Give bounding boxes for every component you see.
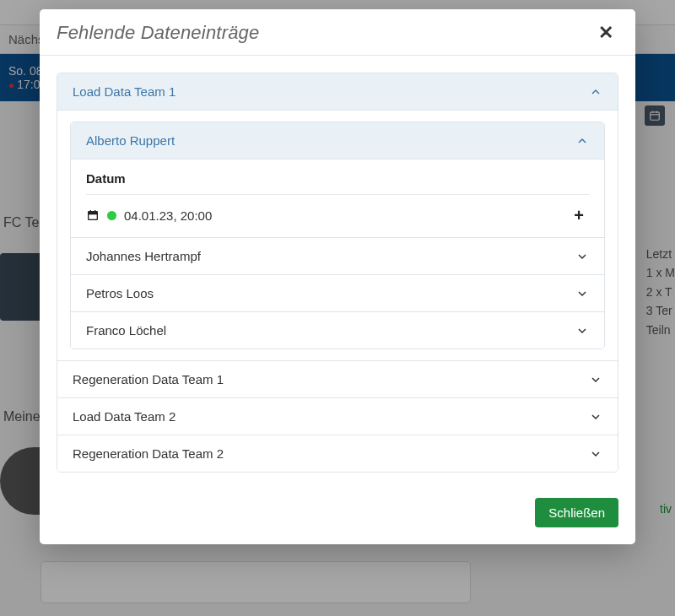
chevron-up-icon <box>575 134 589 148</box>
modal-header: Fehlende Dateneinträge ✕ <box>40 9 635 56</box>
player-johannes-hertrampf: Johannes Hertrampf <box>71 238 604 275</box>
entry-datetime: 04.01.23, 20:00 <box>124 208 212 223</box>
section-header-regen-team-2[interactable]: Regeneration Data Team 2 <box>57 435 618 472</box>
chevron-down-icon <box>575 287 589 300</box>
player-header-johannes[interactable]: Johannes Hertrampf <box>71 238 604 274</box>
player-name: Franco Löchel <box>86 323 166 338</box>
player-franco-loechel: Franco Löchel <box>71 312 604 349</box>
player-name: Alberto Ruppert <box>86 133 175 148</box>
missing-data-modal: Fehlende Dateneinträge ✕ Load Data Team … <box>40 9 635 544</box>
chevron-down-icon <box>589 410 602 424</box>
close-icon: ✕ <box>598 22 613 43</box>
sections-accordion: Load Data Team 1 Alberto Ruppert Datum <box>57 73 618 473</box>
player-header-alberto[interactable]: Alberto Ruppert <box>71 122 604 159</box>
chevron-down-icon <box>575 250 589 263</box>
close-icon-button[interactable]: ✕ <box>593 22 618 44</box>
status-dot-green <box>107 211 116 220</box>
player-petros-loos: Petros Loos <box>71 275 604 312</box>
event-calendar-icon <box>86 208 100 222</box>
player-header-franco[interactable]: Franco Löchel <box>71 312 604 349</box>
modal-footer: Schließen <box>40 489 635 544</box>
player-header-petros[interactable]: Petros Loos <box>71 275 604 311</box>
players-accordion: Alberto Ruppert Datum <box>70 122 605 349</box>
chevron-down-icon <box>575 324 589 338</box>
section-load-data-team-2: Load Data Team 2 <box>57 398 618 435</box>
section-label: Regeneration Data Team 2 <box>73 446 224 461</box>
player-name: Petros Loos <box>86 286 154 300</box>
add-entry-button[interactable]: + <box>569 205 589 225</box>
section-label: Load Data Team 2 <box>73 409 176 424</box>
player-body: Datum 04.01.23, 20:00 <box>71 159 604 237</box>
modal-body: Load Data Team 1 Alberto Ruppert Datum <box>40 56 635 489</box>
chevron-down-icon <box>589 447 602 461</box>
section-regeneration-data-team-2: Regeneration Data Team 2 <box>57 435 618 472</box>
datum-header: Datum <box>86 171 589 195</box>
svg-rect-5 <box>88 211 98 213</box>
section-load-data-team-1: Load Data Team 1 Alberto Ruppert Datum <box>57 73 618 361</box>
chevron-up-icon <box>589 85 602 99</box>
modal-title: Fehlende Dateneinträge <box>57 22 259 44</box>
chevron-down-icon <box>589 373 602 386</box>
section-body: Alberto Ruppert Datum <box>57 111 618 360</box>
section-header-regen-team-1[interactable]: Regeneration Data Team 1 <box>57 361 618 397</box>
section-header-load-data-team-1[interactable]: Load Data Team 1 <box>57 73 618 111</box>
svg-rect-6 <box>89 214 96 219</box>
close-button[interactable]: Schließen <box>535 498 618 527</box>
plus-icon: + <box>574 206 584 224</box>
player-name: Johannes Hertrampf <box>86 249 201 263</box>
section-label: Load Data Team 1 <box>73 84 176 99</box>
player-alberto-ruppert: Alberto Ruppert Datum <box>71 122 604 238</box>
section-regeneration-data-team-1: Regeneration Data Team 1 <box>57 361 618 398</box>
date-entry-left: 04.01.23, 20:00 <box>86 208 212 223</box>
date-entry-row: 04.01.23, 20:00 + <box>86 205 589 225</box>
section-header-load-team-2[interactable]: Load Data Team 2 <box>57 398 618 435</box>
section-label: Regeneration Data Team 1 <box>73 372 224 386</box>
